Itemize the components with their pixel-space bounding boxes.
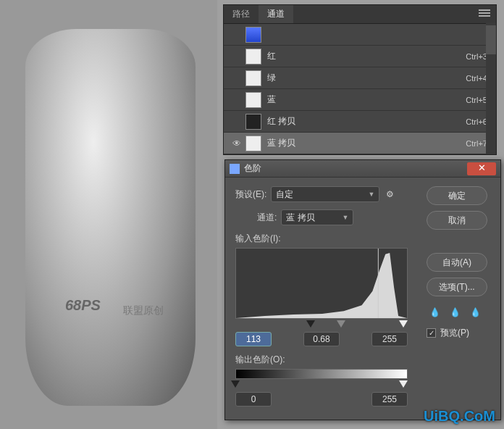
watermark-main: 68PS: [65, 297, 101, 314]
channel-shortcut: Ctrl+4: [466, 74, 487, 83]
ok-button[interactable]: 确定: [427, 186, 487, 205]
channel-select-value: 蓝 拷贝: [286, 212, 314, 224]
black-point-input[interactable]: 113: [235, 332, 272, 346]
close-button[interactable]: ✕: [467, 162, 496, 175]
channel-row-rgb[interactable]: [224, 24, 496, 46]
channel-thumb: [245, 136, 261, 151]
channel-name: 绿: [267, 72, 466, 84]
preset-label: 预设(E):: [235, 188, 266, 201]
levels-dialog: 色阶 ✕ 预设(E): 自定 ▼ ⚙ 通道: 蓝 拷贝 ▼ 输入色阶(I):: [224, 159, 501, 420]
channel-thumb: [245, 49, 261, 64]
channel-row-red[interactable]: 红 Ctrl+3: [224, 46, 496, 67]
black-point-slider[interactable]: [306, 320, 315, 328]
channel-row-blue[interactable]: 蓝 Ctrl+5: [224, 89, 496, 111]
channel-row-green[interactable]: 绿 Ctrl+4: [224, 67, 496, 89]
channel-shortcut: Ctrl+7: [466, 139, 487, 148]
channel-shortcut: Ctrl+5: [466, 96, 487, 104]
gear-icon[interactable]: ⚙: [384, 188, 395, 200]
output-white-input[interactable]: 255: [371, 392, 408, 407]
preview-label: 预览(P): [440, 327, 469, 339]
bottle-image: [25, 29, 196, 406]
channel-list: 红 Ctrl+3 绿 Ctrl+4 蓝 Ctrl+5 红 拷贝 Ctrl+6 👁…: [224, 24, 496, 154]
channel-name: 蓝: [267, 93, 466, 106]
visibility-toggle[interactable]: 👁: [228, 138, 245, 149]
channel-row-red-copy[interactable]: 红 拷贝 Ctrl+6: [224, 111, 496, 133]
output-gradient[interactable]: [235, 369, 408, 379]
cancel-button[interactable]: 取消: [427, 211, 487, 230]
eyedropper-gray-icon[interactable]: 💧: [447, 305, 463, 320]
output-black-input[interactable]: 0: [235, 392, 272, 407]
channel-label: 通道:: [257, 212, 277, 224]
dialog-icon: [230, 164, 240, 174]
channel-thumb: [245, 27, 261, 43]
channel-shortcut: Ctrl+3: [466, 52, 487, 61]
channel-thumb: [245, 114, 261, 130]
auto-button[interactable]: 自动(A): [427, 253, 487, 272]
output-levels-label: 输出色阶(O):: [235, 354, 415, 366]
tab-paths[interactable]: 路径: [224, 5, 259, 23]
output-white-slider[interactable]: [399, 380, 408, 388]
gamma-slider[interactable]: [337, 320, 345, 328]
channel-select[interactable]: 蓝 拷贝 ▼: [281, 209, 353, 225]
channel-name: 红 拷贝: [267, 115, 466, 128]
gamma-input[interactable]: 0.68: [303, 332, 340, 346]
preview-checkbox[interactable]: ✓: [427, 328, 436, 338]
canvas: 68PS 联盟原创: [0, 0, 217, 429]
chevron-down-icon: ▼: [368, 191, 374, 198]
channels-panel: 路径 通道 红 Ctrl+3 绿 Ctrl+4 蓝 Ctrl+5: [223, 4, 497, 155]
panel-menu-icon[interactable]: [479, 9, 490, 17]
channel-shortcut: Ctrl+6: [466, 117, 487, 126]
eyedropper-white-icon[interactable]: 💧: [467, 305, 483, 320]
output-slider[interactable]: [235, 380, 408, 389]
svg-marker-0: [236, 253, 407, 318]
chevron-down-icon: ▼: [342, 214, 348, 221]
scroll-thumb[interactable]: [486, 25, 496, 54]
scrollbar[interactable]: [486, 22, 496, 154]
input-levels-label: 输入色阶(I):: [235, 233, 415, 245]
preset-value: 自定: [276, 188, 293, 201]
histogram[interactable]: [235, 248, 408, 319]
channel-thumb: [245, 70, 261, 86]
titlebar[interactable]: 色阶 ✕: [225, 160, 500, 178]
output-black-slider[interactable]: [231, 380, 240, 388]
uibq-watermark: UiBQ.CoM: [424, 408, 495, 425]
input-slider[interactable]: [235, 320, 408, 329]
white-point-slider[interactable]: [399, 320, 408, 328]
preset-select[interactable]: 自定 ▼: [271, 186, 379, 202]
watermark-sub: 联盟原创: [123, 304, 164, 317]
channel-thumb: [245, 92, 261, 108]
panel-tabs: 路径 通道: [224, 5, 496, 24]
white-point-input[interactable]: 255: [371, 332, 408, 346]
tab-channels[interactable]: 通道: [259, 5, 293, 23]
channel-name: 红: [267, 50, 466, 62]
channel-row-blue-copy[interactable]: 👁 蓝 拷贝 Ctrl+7: [224, 133, 496, 154]
eyedropper-black-icon[interactable]: 💧: [427, 305, 442, 320]
dialog-title: 色阶: [244, 162, 467, 175]
options-button[interactable]: 选项(T)...: [427, 278, 487, 296]
channel-name: 蓝 拷贝: [267, 137, 466, 149]
